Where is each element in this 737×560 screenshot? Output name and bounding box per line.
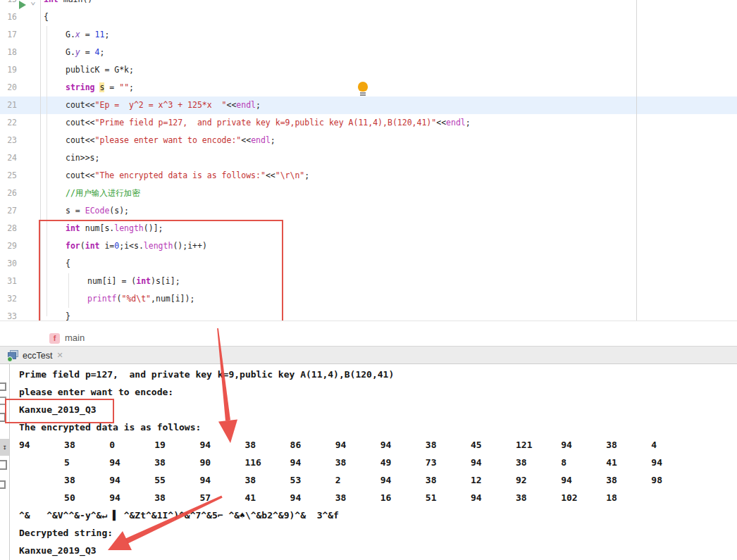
line-number[interactable]: 16 — [0, 8, 17, 26]
breadcrumb-item-main[interactable]: main — [65, 332, 85, 343]
scroll-to-end-icon[interactable]: ↧ — [0, 439, 9, 456]
code-line[interactable]: { — [44, 8, 49, 26]
code-line[interactable]: printf("%d\t",num[i]); — [87, 290, 194, 308]
line-number[interactable]: 28 — [0, 220, 17, 237]
code-line[interactable]: for(int i=0;i<s.length();i++) — [66, 237, 207, 255]
code-line[interactable]: { — [66, 255, 70, 273]
code-token: int — [85, 241, 100, 251]
toolbar-icon-fragment[interactable] — [0, 382, 6, 391]
code-token: ();i++) — [173, 241, 206, 251]
toolbar-icon-fragment[interactable] — [0, 397, 6, 405]
code-token: << — [241, 135, 251, 145]
tab-ecctest[interactable]: eccTest ✕ — [3, 347, 68, 364]
console-line: ^& ^&V^^&-y^&↵ ▌ ^&Zt^&1I^)^&^7^&5⌐ ^&♠\… — [19, 506, 339, 524]
line-number[interactable]: 15 — [0, 0, 17, 8]
encrypted-value: 38 — [244, 436, 290, 454]
code-line[interactable]: //用户输入进行加密 — [66, 185, 140, 202]
code-line[interactable]: cout<<"Prime field p=127, and private ke… — [66, 114, 471, 132]
encrypted-value: 45 — [471, 436, 516, 454]
code-token: ; — [129, 82, 134, 92]
toolbar-icon-fragment[interactable] — [0, 413, 6, 422]
bulb-base — [360, 94, 366, 96]
intention-bulb-icon[interactable] — [357, 82, 369, 97]
code-token: int — [136, 276, 151, 286]
encrypted-value: 38 — [516, 454, 561, 471]
code-line[interactable]: } — [66, 308, 70, 321]
code-line[interactable]: int num[s.length()]; — [66, 220, 163, 237]
line-number[interactable]: 19 — [0, 61, 17, 79]
indent-guide — [68, 273, 69, 308]
encrypted-value: 86 — [290, 436, 335, 454]
line-number[interactable]: 26 — [0, 185, 17, 202]
encrypted-value: 94 — [651, 454, 696, 471]
code-line[interactable]: string s = ""; — [66, 79, 134, 97]
line-number[interactable]: 24 — [0, 149, 17, 167]
encrypted-value — [19, 489, 64, 506]
encrypted-value: 2 — [335, 471, 380, 489]
encrypted-value: 94 — [335, 436, 380, 454]
fold-chevron-icon[interactable]: ⌄ — [30, 0, 36, 6]
line-number[interactable]: 17 — [0, 26, 17, 44]
code-line[interactable]: int main() — [44, 0, 92, 8]
code-token: string — [66, 82, 95, 92]
line-number[interactable]: 33 — [0, 308, 17, 321]
console-run-icon — [7, 350, 18, 361]
line-number[interactable]: 32 — [0, 290, 17, 308]
code-line[interactable]: cout<<"Ep = y^2 = x^3 + 125*x "<<endl; — [66, 97, 261, 114]
line-number[interactable]: 22 — [0, 114, 17, 132]
code-token: y — [75, 47, 80, 57]
encrypted-value: 121 — [516, 436, 561, 454]
code-token: "" — [119, 82, 129, 92]
code-token: ; — [104, 30, 109, 39]
bulb-glass — [358, 82, 368, 92]
code-line[interactable]: cout<<"The encrypted data is as follows:… — [66, 167, 309, 185]
code-token: printf — [87, 294, 117, 304]
line-number[interactable]: 31 — [0, 273, 17, 290]
line-number[interactable]: 29 — [0, 237, 17, 255]
line-number[interactable]: 18 — [0, 44, 17, 61]
code-token: num[i] = ( — [87, 276, 136, 286]
code-token: (s); — [109, 206, 129, 216]
console-input-line: Kanxue_2019_Q3 — [19, 401, 97, 418]
code-token: cout<< — [66, 118, 95, 127]
console-line: Decrypted string: — [19, 524, 113, 542]
line-number[interactable]: 20 — [0, 79, 17, 97]
code-token: length — [114, 223, 144, 233]
toolbar-icon-fragment[interactable] — [0, 480, 6, 489]
line-number[interactable]: 21 — [0, 97, 17, 114]
encrypted-value: 94 — [561, 471, 606, 489]
encrypted-value: 116 — [244, 454, 290, 471]
code-token: ECode — [85, 206, 110, 216]
encrypted-value — [19, 471, 64, 489]
line-number[interactable]: 25 — [0, 167, 17, 185]
code-line[interactable]: s = ECode(s); — [66, 202, 129, 220]
code-token: 11 — [95, 30, 105, 39]
encrypted-value: 94 — [109, 454, 154, 471]
toolbar-icon-fragment[interactable] — [0, 460, 7, 470]
close-icon[interactable]: ✕ — [56, 351, 63, 360]
code-editor[interactable]: ⌄ 15161718192021222324252627282930313233… — [0, 0, 737, 321]
encrypted-value: 94 — [199, 436, 244, 454]
code-line[interactable]: G.x = 11; — [66, 26, 109, 44]
code-token: ; — [304, 170, 309, 180]
line-number[interactable]: 23 — [0, 132, 17, 149]
code-line[interactable]: G.y = 4; — [66, 44, 104, 61]
code-token: ; — [271, 135, 275, 145]
code-line[interactable]: cout<<"please enter want to encode:"<<en… — [66, 132, 275, 149]
code-line[interactable]: num[i] = (int)s[i]; — [87, 273, 180, 290]
encrypted-value: 94 — [109, 489, 154, 506]
code-token: "%d\t" — [121, 294, 151, 304]
code-line[interactable]: cin>>s; — [66, 149, 99, 167]
line-number[interactable]: 30 — [0, 255, 17, 273]
code-line[interactable]: publicK = G*k; — [66, 61, 134, 79]
code-token: )s[i]; — [151, 276, 180, 286]
code-token: for — [66, 241, 80, 251]
run-gutter-icon[interactable] — [19, 1, 26, 9]
encrypted-value: 94 — [561, 436, 606, 454]
console-output[interactable]: ↧ Prime field p=127, and private key k=9… — [0, 364, 737, 560]
ide-window: ⌄ 15161718192021222324252627282930313233… — [0, 0, 737, 560]
code-token: length — [144, 241, 173, 251]
encrypted-value: 41 — [606, 454, 651, 471]
line-number[interactable]: 27 — [0, 202, 17, 220]
encrypted-value: 38 — [426, 471, 471, 489]
